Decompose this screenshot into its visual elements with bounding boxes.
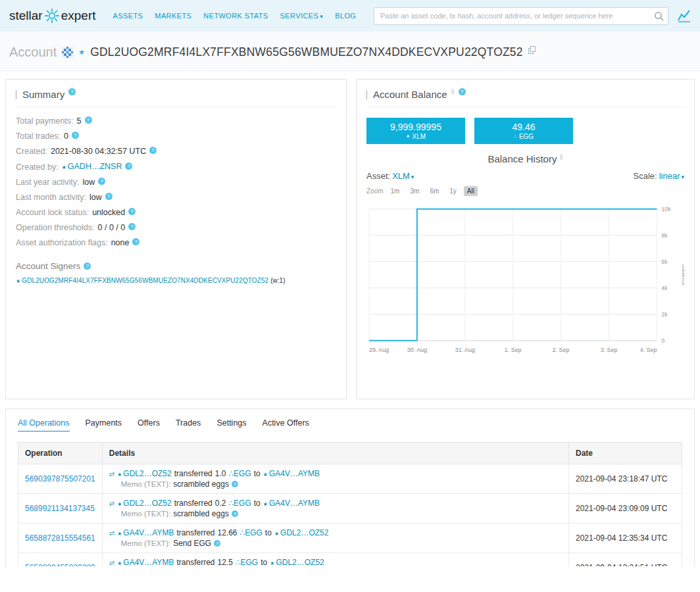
summary-field-created: Created:2021-08-30 04:32:57 UTC?: [16, 144, 336, 159]
info-icon[interactable]: ?: [149, 147, 157, 154]
search-box: [374, 7, 668, 25]
info-icon[interactable]: ?: [128, 223, 136, 230]
to-account-link[interactable]: ★GA4V…AYMB: [263, 499, 320, 508]
account-balance-title-text: Account Balance: [373, 89, 447, 100]
chart-controls: Asset:XLM▾ Scale:linear▾: [366, 171, 684, 181]
asset-egg-link[interactable]: ∴EGG: [228, 469, 251, 478]
nav-services[interactable]: SERVICES▾: [280, 12, 324, 20]
summary-field-total-trades: Total trades:0?: [16, 129, 336, 144]
scale-selector[interactable]: Scale:linear▾: [634, 171, 684, 181]
operation-id-link[interactable]: 5689921134137345: [25, 504, 95, 513]
balance-history-title: Balance History §: [366, 153, 684, 164]
from-account-link[interactable]: ★GDL2…OZ52: [117, 469, 172, 478]
asset-selector[interactable]: Asset:XLM▾: [366, 171, 414, 181]
nav-blog[interactable]: BLOG: [335, 12, 356, 20]
info-icon[interactable]: ?: [214, 540, 220, 547]
operation-details: ⇄ ★GA4V…AYMB transferred 12.66 ∴EGG to ★…: [109, 528, 562, 537]
zoom-6m-button[interactable]: 6m: [426, 186, 442, 196]
from-account-link[interactable]: ★GDL2…OZ52: [117, 499, 172, 508]
search-input[interactable]: [374, 7, 668, 25]
nav-network-stats[interactable]: NETWORK STATS: [203, 12, 268, 20]
search-icon[interactable]: [654, 11, 664, 21]
top-navigation-bar: stellar expert ASSETS MARKETS NETWORK ST…: [0, 0, 700, 32]
info-icon[interactable]: ?: [84, 262, 91, 270]
zoom-1y-button[interactable]: 1y: [446, 186, 460, 196]
stellar-expert-logo-icon: [44, 8, 60, 24]
tab-all-operations[interactable]: All Operations: [18, 418, 70, 432]
asset-egg-link[interactable]: ∴EGG: [228, 499, 251, 508]
account-balance-title: Account Balance § ?: [366, 86, 684, 107]
info-icon[interactable]: ?: [98, 178, 105, 185]
balance-tile-xlm[interactable]: 9,999.99995 ✦XLM: [366, 118, 465, 144]
info-icon[interactable]: ?: [125, 162, 132, 170]
zoom-1m-button[interactable]: 1m: [388, 186, 403, 196]
info-icon[interactable]: ?: [128, 208, 136, 215]
from-account-link[interactable]: ★GA4V…AYMB: [117, 558, 174, 566]
account-signers-title-text: Account Signers: [16, 261, 80, 271]
tab-payments[interactable]: Payments: [86, 418, 122, 432]
operation-row: 5658838455820289 ⇄ ★GA4V…AYMB transferre…: [18, 553, 682, 567]
xlm-asset-code: XLM: [413, 133, 426, 141]
summary-field-auth-flags: Asset authorization flags:none?: [16, 235, 336, 251]
info-icon[interactable]: ?: [72, 132, 79, 139]
info-icon[interactable]: ?: [85, 116, 92, 124]
nav-markets[interactable]: MARKETS: [155, 12, 191, 20]
to-account-link[interactable]: ★GDL2…OZ52: [270, 558, 324, 566]
account-star-icon: ★: [16, 278, 20, 284]
memo-label: Memo (TEXT):: [121, 510, 170, 518]
asset-egg-link[interactable]: ∴EGG: [236, 558, 258, 566]
asset-code: EGG: [234, 499, 251, 508]
info-icon[interactable]: ?: [105, 193, 113, 200]
field-label: Operation thresholds:: [16, 220, 95, 235]
svg-text:30. Aug: 30. Aug: [407, 347, 427, 353]
tab-trades[interactable]: Trades: [176, 418, 201, 432]
zoom-3m-button[interactable]: 3m: [407, 186, 422, 196]
operation-id-link[interactable]: 5658838455820289: [25, 563, 95, 566]
copy-address-icon[interactable]: [528, 46, 536, 54]
to-account-link[interactable]: ★GA4V…AYMB: [263, 469, 320, 478]
from-account-link[interactable]: ★GA4V…AYMB: [117, 528, 174, 537]
balance-history-chart[interactable]: 02k4k6k8k10k29. Aug30. Aug31. Aug1. Sep2…: [366, 197, 684, 361]
amount-text: 12.5: [218, 558, 233, 566]
nav-assets[interactable]: ASSETS: [113, 12, 143, 20]
to-address: GDL2…OZ52: [276, 558, 324, 566]
field-value: 5: [77, 114, 82, 129]
info-icon[interactable]: ?: [132, 238, 139, 245]
info-icon[interactable]: ?: [68, 88, 76, 95]
info-icon[interactable]: ?: [232, 481, 238, 487]
account-star-icon: ★: [270, 560, 274, 566]
anchor-link-icon[interactable]: §: [451, 88, 455, 95]
field-value: 0: [64, 129, 68, 144]
account-section-label: Account: [9, 45, 57, 60]
main-content: Summary ? Total payments:5? Total trades…: [0, 71, 700, 399]
to-account-link[interactable]: ★GDL2…OZ52: [274, 528, 329, 537]
tab-offers[interactable]: Offers: [138, 418, 160, 432]
operation-id-link[interactable]: 5658872815554561: [25, 533, 95, 543]
zoom-all-button[interactable]: All: [464, 186, 478, 196]
caret-down-icon: ▾: [320, 13, 323, 20]
col-date: Date: [569, 443, 682, 464]
col-details: Details: [102, 443, 568, 464]
balance-tile-egg[interactable]: 49.46 ∴EGG: [474, 118, 573, 144]
operation-id-link[interactable]: 5690397875507201: [25, 474, 95, 483]
signer-address-link[interactable]: ★GDL2UOG2MRF4I4LX7FFXBNW65G56WBMUEZO7NX4…: [16, 277, 268, 284]
logo[interactable]: stellar expert: [9, 8, 96, 24]
account-header: Account ★ GDL2UOG2MRF4I4LX7FFXBNW65G56WB…: [0, 32, 700, 71]
transfer-icon: ⇄: [109, 470, 114, 478]
tab-active-offers[interactable]: Active Offers: [262, 418, 309, 432]
creator-account-link[interactable]: ★GADH…ZNSR: [62, 159, 122, 175]
info-icon[interactable]: ?: [459, 88, 466, 95]
tab-settings[interactable]: Settings: [216, 418, 246, 432]
operation-date: 2021-09-04 23:09:09 UTC: [569, 494, 682, 524]
field-label: Total payments:: [16, 114, 74, 129]
operation-date: 2021-09-04 12:35:34 UTC: [569, 524, 682, 553]
action-text: transferred: [176, 558, 214, 566]
operation-date: 2021-09-04 12:34:51 UTC: [569, 553, 682, 567]
info-icon[interactable]: ?: [232, 510, 238, 517]
asset-egg-link[interactable]: ∴EGG: [240, 528, 262, 537]
operation-row: 5658872815554561 ⇄ ★GA4V…AYMB transferre…: [18, 524, 682, 553]
anchor-link-icon[interactable]: §: [560, 154, 563, 160]
action-text: transferred: [174, 499, 213, 508]
price-chart-icon[interactable]: [678, 9, 691, 22]
field-value: none: [111, 235, 130, 251]
